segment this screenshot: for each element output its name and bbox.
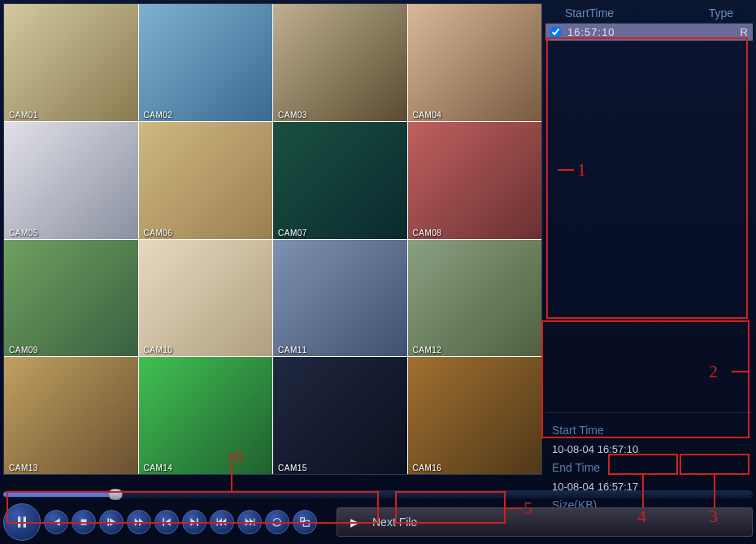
- svg-rect-6: [107, 518, 109, 525]
- camera-cell[interactable]: CAM12: [408, 240, 542, 357]
- start-time-label: Start Time: [552, 421, 746, 441]
- pause-button[interactable]: [3, 503, 41, 541]
- status-bar: ▶ Next File: [337, 507, 753, 537]
- camera-cell[interactable]: CAM15: [273, 357, 407, 474]
- file-list: 16:57:10 R: [545, 24, 753, 412]
- camera-cell[interactable]: CAM09: [4, 240, 138, 357]
- progress-thumb[interactable]: [108, 489, 123, 500]
- camera-label: CAM07: [273, 227, 407, 239]
- camera-label: CAM05: [4, 227, 138, 239]
- file-row[interactable]: 16:57:10 R: [545, 24, 753, 41]
- stop-button[interactable]: [72, 510, 96, 534]
- file-list-header: StartTime Type: [545, 3, 753, 24]
- fullscreen-icon: [299, 516, 311, 528]
- step-forward-button[interactable]: [99, 510, 124, 534]
- camera-grid: CAM01 CAM02 CAM03 CAM04 CAM05 CAM06 CAM0…: [3, 3, 542, 475]
- svg-marker-4: [54, 518, 60, 525]
- step-back-button[interactable]: [44, 510, 68, 534]
- camera-label: CAM08: [408, 227, 542, 239]
- svg-rect-16: [217, 518, 218, 525]
- stop-icon: [79, 517, 89, 527]
- camera-label: CAM12: [408, 344, 542, 356]
- next-frame-icon: [189, 516, 200, 528]
- skip-forward-icon: [244, 516, 255, 528]
- status-text: Next File: [372, 516, 417, 529]
- step-back-icon: [50, 516, 62, 528]
- camera-cell[interactable]: CAM04: [408, 4, 542, 121]
- camera-cell[interactable]: CAM11: [273, 240, 407, 357]
- rewind-icon: [216, 516, 228, 528]
- camera-label: CAM02: [139, 109, 273, 121]
- svg-marker-12: [190, 518, 195, 525]
- loop-icon: [272, 516, 283, 528]
- camera-label: CAM16: [408, 462, 542, 474]
- file-type: R: [741, 26, 748, 38]
- camera-label: CAM11: [273, 344, 407, 356]
- camera-label: CAM04: [408, 109, 542, 121]
- end-time-label: End Time: [552, 459, 746, 478]
- camera-cell[interactable]: CAM03: [273, 4, 407, 121]
- prev-frame-button[interactable]: [154, 510, 179, 534]
- camera-label: CAM01: [4, 109, 138, 121]
- file-checkbox[interactable]: [550, 27, 561, 37]
- svg-marker-17: [245, 518, 250, 525]
- progress-bar[interactable]: [3, 490, 753, 498]
- camera-cell[interactable]: CAM08: [408, 122, 542, 239]
- svg-rect-5: [81, 520, 87, 525]
- svg-marker-18: [250, 518, 254, 525]
- camera-cell[interactable]: CAM06: [139, 122, 273, 239]
- svg-marker-11: [165, 518, 170, 525]
- camera-cell[interactable]: CAM07: [273, 122, 407, 239]
- svg-rect-13: [197, 518, 198, 525]
- next-frame-button[interactable]: [182, 510, 206, 534]
- prev-frame-icon: [161, 516, 172, 528]
- col-starttime: StartTime: [565, 7, 709, 20]
- step-forward-icon: [106, 516, 117, 528]
- svg-marker-9: [139, 518, 143, 525]
- camera-label: CAM03: [273, 109, 407, 121]
- camera-label: CAM09: [4, 344, 138, 356]
- camera-cell[interactable]: CAM13: [4, 357, 138, 474]
- fast-forward-button[interactable]: [127, 510, 151, 534]
- camera-label: CAM13: [4, 462, 138, 474]
- svg-rect-2: [18, 516, 20, 527]
- play-indicator-icon: ▶: [350, 516, 359, 529]
- camera-cell[interactable]: CAM14: [139, 357, 273, 474]
- camera-cell[interactable]: CAM01: [4, 4, 138, 121]
- camera-label: CAM14: [139, 462, 273, 474]
- loop-button[interactable]: [265, 510, 289, 534]
- fast-forward-icon: [133, 516, 145, 528]
- file-time: 16:57:10: [567, 26, 734, 38]
- rewind-button[interactable]: [210, 510, 234, 534]
- svg-rect-3: [24, 516, 26, 527]
- camera-cell[interactable]: CAM16: [408, 357, 542, 474]
- camera-label: CAM10: [139, 344, 273, 356]
- start-time-value: 10-08-04 16:57:10: [552, 441, 746, 459]
- camera-cell[interactable]: CAM05: [4, 122, 138, 239]
- col-type: Type: [709, 7, 733, 20]
- skip-forward-button[interactable]: [237, 510, 262, 534]
- camera-cell[interactable]: CAM10: [139, 240, 273, 357]
- fullscreen-button[interactable]: [293, 510, 317, 534]
- camera-label: CAM15: [273, 462, 407, 474]
- svg-marker-8: [135, 518, 139, 525]
- svg-rect-19: [254, 518, 254, 525]
- camera-cell[interactable]: CAM02: [139, 4, 273, 121]
- svg-marker-15: [222, 518, 226, 525]
- svg-marker-7: [110, 518, 115, 525]
- camera-label: CAM06: [139, 227, 273, 239]
- svg-marker-14: [218, 518, 222, 525]
- pause-icon: [14, 514, 30, 530]
- svg-rect-10: [163, 518, 164, 525]
